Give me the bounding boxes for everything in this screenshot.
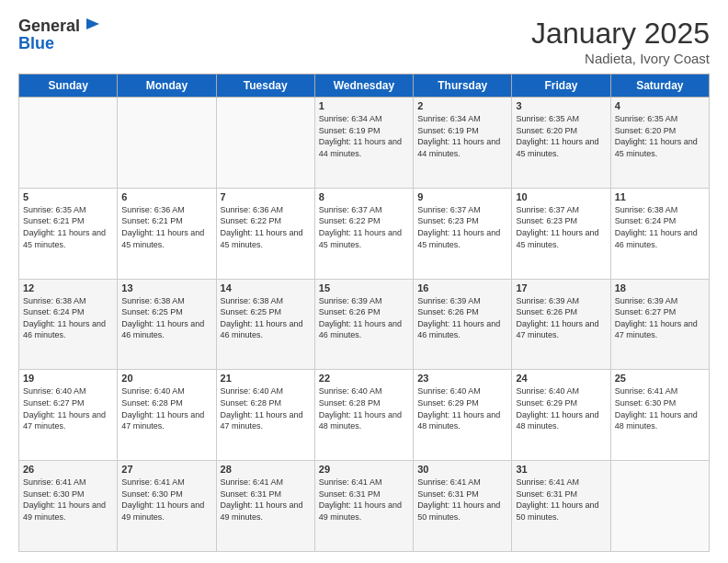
day-number: 16 xyxy=(417,282,507,293)
day-header-tuesday: Tuesday xyxy=(216,75,314,98)
page: General Blue January 2025 Nadieta, Ivory… xyxy=(0,0,728,563)
day-number: 24 xyxy=(516,373,606,384)
day-cell: 8Sunrise: 6:37 AM Sunset: 6:22 PM Daylig… xyxy=(314,188,413,279)
week-row-5: 26Sunrise: 6:41 AM Sunset: 6:30 PM Dayli… xyxy=(19,461,710,552)
day-cell: 7Sunrise: 6:36 AM Sunset: 6:22 PM Daylig… xyxy=(216,188,314,279)
day-cell: 19Sunrise: 6:40 AM Sunset: 6:27 PM Dayli… xyxy=(19,370,118,461)
day-header-wednesday: Wednesday xyxy=(314,75,413,98)
day-number: 21 xyxy=(221,373,311,384)
day-cell: 18Sunrise: 6:39 AM Sunset: 6:27 PM Dayli… xyxy=(610,279,709,370)
day-info: Sunrise: 6:41 AM Sunset: 6:30 PM Dayligh… xyxy=(615,385,705,431)
day-info: Sunrise: 6:40 AM Sunset: 6:28 PM Dayligh… xyxy=(121,385,211,431)
day-number: 5 xyxy=(23,191,113,202)
day-number: 30 xyxy=(417,464,507,475)
day-cell: 9Sunrise: 6:37 AM Sunset: 6:23 PM Daylig… xyxy=(414,188,512,279)
day-info: Sunrise: 6:36 AM Sunset: 6:21 PM Dayligh… xyxy=(121,204,211,250)
day-header-friday: Friday xyxy=(512,75,610,98)
day-cell: 1Sunrise: 6:34 AM Sunset: 6:19 PM Daylig… xyxy=(314,98,413,189)
day-number: 31 xyxy=(516,464,606,475)
day-cell: 29Sunrise: 6:41 AM Sunset: 6:31 PM Dayli… xyxy=(314,461,413,552)
day-cell: 25Sunrise: 6:41 AM Sunset: 6:30 PM Dayli… xyxy=(610,370,709,461)
day-cell: 12Sunrise: 6:38 AM Sunset: 6:24 PM Dayli… xyxy=(19,279,118,370)
logo: General Blue xyxy=(18,17,101,52)
day-cell: 4Sunrise: 6:35 AM Sunset: 6:20 PM Daylig… xyxy=(610,98,709,189)
day-info: Sunrise: 6:41 AM Sunset: 6:31 PM Dayligh… xyxy=(319,477,409,523)
logo-flag-icon xyxy=(83,17,101,35)
day-number: 25 xyxy=(615,373,705,384)
day-info: Sunrise: 6:37 AM Sunset: 6:23 PM Dayligh… xyxy=(516,204,606,250)
day-number: 9 xyxy=(417,191,507,202)
day-number: 3 xyxy=(516,100,606,111)
week-row-1: 1Sunrise: 6:34 AM Sunset: 6:19 PM Daylig… xyxy=(19,98,710,189)
day-cell: 23Sunrise: 6:40 AM Sunset: 6:29 PM Dayli… xyxy=(414,370,512,461)
day-number: 12 xyxy=(23,282,113,293)
day-cell: 15Sunrise: 6:39 AM Sunset: 6:26 PM Dayli… xyxy=(314,279,413,370)
day-info: Sunrise: 6:34 AM Sunset: 6:19 PM Dayligh… xyxy=(417,113,507,159)
day-cell: 6Sunrise: 6:36 AM Sunset: 6:21 PM Daylig… xyxy=(118,188,216,279)
day-cell: 27Sunrise: 6:41 AM Sunset: 6:30 PM Dayli… xyxy=(118,461,216,552)
day-info: Sunrise: 6:41 AM Sunset: 6:31 PM Dayligh… xyxy=(221,477,311,523)
day-info: Sunrise: 6:38 AM Sunset: 6:25 PM Dayligh… xyxy=(121,295,211,341)
day-cell: 20Sunrise: 6:40 AM Sunset: 6:28 PM Dayli… xyxy=(118,370,216,461)
month-title: January 2025 xyxy=(531,17,710,51)
calendar-header: SundayMondayTuesdayWednesdayThursdayFrid… xyxy=(19,75,710,98)
day-cell: 13Sunrise: 6:38 AM Sunset: 6:25 PM Dayli… xyxy=(118,279,216,370)
day-number: 14 xyxy=(221,282,311,293)
day-info: Sunrise: 6:41 AM Sunset: 6:30 PM Dayligh… xyxy=(121,477,211,523)
day-info: Sunrise: 6:41 AM Sunset: 6:31 PM Dayligh… xyxy=(516,477,606,523)
day-number: 20 xyxy=(121,373,211,384)
day-info: Sunrise: 6:36 AM Sunset: 6:22 PM Dayligh… xyxy=(221,204,311,250)
calendar: SundayMondayTuesdayWednesdayThursdayFrid… xyxy=(18,74,710,552)
day-info: Sunrise: 6:40 AM Sunset: 6:29 PM Dayligh… xyxy=(417,385,507,431)
day-info: Sunrise: 6:39 AM Sunset: 6:26 PM Dayligh… xyxy=(417,295,507,341)
day-info: Sunrise: 6:37 AM Sunset: 6:23 PM Dayligh… xyxy=(417,204,507,250)
day-number: 19 xyxy=(23,373,113,384)
day-number: 15 xyxy=(319,282,409,293)
day-info: Sunrise: 6:40 AM Sunset: 6:28 PM Dayligh… xyxy=(221,385,311,431)
day-headers-row: SundayMondayTuesdayWednesdayThursdayFrid… xyxy=(19,75,710,98)
day-number: 17 xyxy=(516,282,606,293)
day-info: Sunrise: 6:38 AM Sunset: 6:24 PM Dayligh… xyxy=(615,204,705,250)
calendar-body: 1Sunrise: 6:34 AM Sunset: 6:19 PM Daylig… xyxy=(19,98,710,552)
day-number: 23 xyxy=(417,373,507,384)
day-number: 27 xyxy=(121,464,211,475)
day-cell xyxy=(19,98,118,189)
day-header-sunday: Sunday xyxy=(19,75,118,98)
week-row-4: 19Sunrise: 6:40 AM Sunset: 6:27 PM Dayli… xyxy=(19,370,710,461)
day-info: Sunrise: 6:37 AM Sunset: 6:22 PM Dayligh… xyxy=(319,204,409,250)
day-info: Sunrise: 6:38 AM Sunset: 6:25 PM Dayligh… xyxy=(221,295,311,341)
title-block: January 2025 Nadieta, Ivory Coast xyxy=(531,17,710,66)
day-info: Sunrise: 6:39 AM Sunset: 6:26 PM Dayligh… xyxy=(516,295,606,341)
day-cell: 5Sunrise: 6:35 AM Sunset: 6:21 PM Daylig… xyxy=(19,188,118,279)
day-number: 7 xyxy=(221,191,311,202)
day-cell: 17Sunrise: 6:39 AM Sunset: 6:26 PM Dayli… xyxy=(512,279,610,370)
header: General Blue January 2025 Nadieta, Ivory… xyxy=(18,17,710,66)
day-cell: 3Sunrise: 6:35 AM Sunset: 6:20 PM Daylig… xyxy=(512,98,610,189)
day-header-saturday: Saturday xyxy=(610,75,709,98)
day-cell xyxy=(216,98,314,189)
day-info: Sunrise: 6:39 AM Sunset: 6:26 PM Dayligh… xyxy=(319,295,409,341)
day-number: 18 xyxy=(615,282,705,293)
day-number: 4 xyxy=(615,100,705,111)
day-number: 13 xyxy=(121,282,211,293)
day-header-thursday: Thursday xyxy=(414,75,512,98)
day-cell: 21Sunrise: 6:40 AM Sunset: 6:28 PM Dayli… xyxy=(216,370,314,461)
day-cell: 26Sunrise: 6:41 AM Sunset: 6:30 PM Dayli… xyxy=(19,461,118,552)
logo-general-text: General xyxy=(18,17,80,34)
day-number: 10 xyxy=(516,191,606,202)
day-cell: 28Sunrise: 6:41 AM Sunset: 6:31 PM Dayli… xyxy=(216,461,314,552)
svg-marker-0 xyxy=(86,18,99,29)
day-info: Sunrise: 6:41 AM Sunset: 6:30 PM Dayligh… xyxy=(23,477,113,523)
day-info: Sunrise: 6:40 AM Sunset: 6:28 PM Dayligh… xyxy=(319,385,409,431)
logo-blue-text: Blue xyxy=(18,34,54,52)
day-cell: 24Sunrise: 6:40 AM Sunset: 6:29 PM Dayli… xyxy=(512,370,610,461)
day-cell: 2Sunrise: 6:34 AM Sunset: 6:19 PM Daylig… xyxy=(414,98,512,189)
day-number: 2 xyxy=(417,100,507,111)
day-number: 1 xyxy=(319,100,409,111)
day-cell: 16Sunrise: 6:39 AM Sunset: 6:26 PM Dayli… xyxy=(414,279,512,370)
day-number: 6 xyxy=(121,191,211,202)
day-info: Sunrise: 6:34 AM Sunset: 6:19 PM Dayligh… xyxy=(319,113,409,159)
day-number: 11 xyxy=(615,191,705,202)
day-cell xyxy=(610,461,709,552)
day-info: Sunrise: 6:35 AM Sunset: 6:21 PM Dayligh… xyxy=(23,204,113,250)
